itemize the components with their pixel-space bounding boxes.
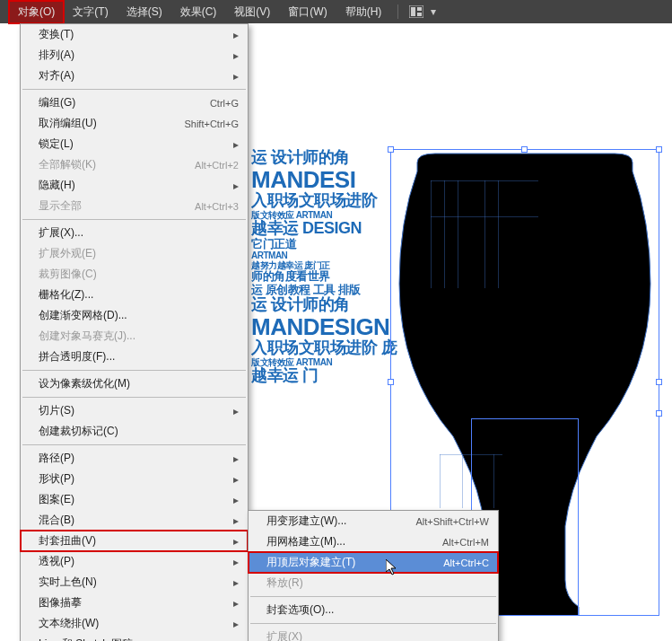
guide-line <box>440 454 502 455</box>
envelope-distort-submenu: 用变形建立(W)...Alt+Shift+Ctrl+W用网格建立(M)...Al… <box>248 510 499 641</box>
menu-item-label: 混合(B) <box>39 513 233 528</box>
submenu-item-0[interactable]: 用变形建立(W)...Alt+Shift+Ctrl+W <box>249 511 498 531</box>
menu-item-label: 拼合透明度(F)... <box>39 349 239 364</box>
menu-item-label: 变换(T) <box>39 27 233 42</box>
menu-item-32[interactable]: 文本绕排(W)▸ <box>21 613 248 634</box>
menu-item-25[interactable]: 形状(P)▸ <box>21 469 248 489</box>
menu-item-15[interactable]: 创建渐变网格(D)... <box>21 305 248 326</box>
submenu-item-2[interactable]: 用顶层对象建立(T)Alt+Ctrl+C <box>249 552 498 573</box>
menu-item-label: 路径(P) <box>39 451 233 466</box>
menu-item-4[interactable]: 编组(G)Ctrl+G <box>21 92 248 113</box>
menu-item-label: 取消编组(U) <box>39 116 166 131</box>
menu-item-31[interactable]: 图像描摹▸ <box>21 593 248 613</box>
menu-item-shortcut: Alt+Ctrl+2 <box>195 160 239 171</box>
menu-help[interactable]: 帮助(H) <box>336 1 391 23</box>
submenu-arrow-icon: ▸ <box>233 49 239 62</box>
submenu-arrow-icon: ▸ <box>233 452 239 465</box>
menu-item-label: Line 和 Sketch 图稿 <box>39 637 233 641</box>
menu-object[interactable]: 对象(O) <box>9 1 64 23</box>
menu-item-14[interactable]: 栅格化(Z)... <box>21 285 248 305</box>
submenu-item-shortcut: Alt+Ctrl+C <box>443 558 489 568</box>
menu-item-13: 裁剪图像(C) <box>21 264 248 285</box>
guide-line <box>444 180 445 288</box>
menu-item-label: 创建渐变网格(D)... <box>39 308 239 323</box>
menu-item-5[interactable]: 取消编组(U)Shift+Ctrl+G <box>21 113 248 134</box>
menu-item-shortcut: Alt+Ctrl+3 <box>195 201 239 212</box>
guide-line <box>498 180 499 288</box>
guide-line <box>462 454 463 508</box>
submenu-item-label: 用变形建立(W)... <box>266 514 397 529</box>
submenu-item-3: 释放(R) <box>249 573 498 593</box>
menu-item-27[interactable]: 混合(B)▸ <box>21 510 248 531</box>
menu-item-label: 扩展(X)... <box>39 225 239 241</box>
submenu-arrow-icon: ▸ <box>233 638 239 642</box>
submenu-item-label: 封套选项(O)... <box>266 602 489 618</box>
submenu-item-shortcut: Alt+Ctrl+M <box>442 537 489 548</box>
menu-item-label: 栅格化(Z)... <box>39 287 239 303</box>
object-dropdown-menu: 变换(T)▸排列(A)▸对齐(A)▸编组(G)Ctrl+G取消编组(U)Shif… <box>20 23 249 641</box>
menu-item-label: 全部解锁(K) <box>39 157 177 172</box>
menu-item-19[interactable]: 设为像素级优化(M) <box>21 373 248 394</box>
layout-icon-1[interactable] <box>409 5 423 18</box>
menu-item-26[interactable]: 图案(E)▸ <box>21 489 248 510</box>
menu-item-label: 排列(A) <box>39 48 233 63</box>
svg-rect-2 <box>417 7 422 11</box>
guide-line <box>484 180 485 288</box>
menu-item-30[interactable]: 实时上色(N)▸ <box>21 572 248 593</box>
menu-item-0[interactable]: 变换(T)▸ <box>21 24 248 45</box>
menu-item-label: 图案(E) <box>39 492 233 507</box>
menu-divider <box>397 4 398 19</box>
submenu-item-label: 用网格建立(M)... <box>266 534 424 549</box>
menu-item-29[interactable]: 透视(P)▸ <box>21 551 248 572</box>
menu-select[interactable]: 选择(S) <box>118 1 171 23</box>
submenu-arrow-icon: ▸ <box>233 618 239 630</box>
menu-item-label: 裁剪图像(C) <box>39 267 239 282</box>
menu-item-label: 切片(S) <box>39 403 233 418</box>
menu-item-label: 设为像素级优化(M) <box>39 376 239 391</box>
menu-item-8[interactable]: 隐藏(H)▸ <box>21 175 248 196</box>
guide-line <box>493 454 494 508</box>
menu-item-22[interactable]: 创建裁切标记(C) <box>21 421 248 442</box>
menu-item-9: 显示全部Alt+Ctrl+3 <box>21 196 248 216</box>
menu-item-12: 扩展外观(E) <box>21 243 248 264</box>
menu-item-21[interactable]: 切片(S)▸ <box>21 400 248 421</box>
menu-item-shortcut: Shift+Ctrl+G <box>184 119 239 129</box>
submenu-item-label: 用顶层对象建立(T) <box>266 555 425 570</box>
svg-rect-1 <box>411 7 415 16</box>
submenu-item-5[interactable]: 封套选项(O)... <box>249 600 498 620</box>
submenu-arrow-icon: ▸ <box>233 576 239 589</box>
menu-item-11[interactable]: 扩展(X)... <box>21 223 248 243</box>
menu-item-label: 隐藏(H) <box>39 178 233 193</box>
submenu-arrow-icon: ▸ <box>233 514 239 527</box>
menu-item-1[interactable]: 排列(A)▸ <box>21 45 248 66</box>
menu-item-17[interactable]: 拼合透明度(F)... <box>21 347 248 367</box>
menu-type[interactable]: 文字(T) <box>64 1 117 23</box>
dropdown-arrow-icon[interactable]: ▾ <box>431 5 445 18</box>
menu-item-7: 全部解锁(K)Alt+Ctrl+2 <box>21 154 248 175</box>
menu-effect[interactable]: 效果(C) <box>171 1 226 23</box>
submenu-item-1[interactable]: 用网格建立(M)...Alt+Ctrl+M <box>249 531 498 552</box>
menu-item-label: 创建裁切标记(C) <box>39 424 239 439</box>
guide-line <box>440 454 441 508</box>
menu-item-6[interactable]: 锁定(L)▸ <box>21 134 248 154</box>
menu-window[interactable]: 窗口(W) <box>279 1 336 23</box>
menu-item-label: 图像描摹 <box>39 595 233 610</box>
menu-item-label: 实时上色(N) <box>39 575 233 590</box>
submenu-arrow-icon: ▸ <box>233 138 239 151</box>
menu-item-label: 文本绕排(W) <box>39 616 233 631</box>
submenu-arrow-icon: ▸ <box>233 405 239 417</box>
menu-view[interactable]: 视图(V) <box>225 1 279 23</box>
menu-item-33[interactable]: Line 和 Sketch 图稿▸ <box>21 634 248 641</box>
menu-item-24[interactable]: 路径(P)▸ <box>21 448 248 469</box>
menu-item-label: 创建对象马赛克(J)... <box>39 329 239 344</box>
menu-item-28[interactable]: 封套扭曲(V)▸ <box>21 531 248 551</box>
menu-item-label: 扩展外观(E) <box>39 246 239 261</box>
menu-item-shortcut: Ctrl+G <box>210 98 239 109</box>
menu-item-2[interactable]: 对齐(A)▸ <box>21 66 248 86</box>
main-menubar: 对象(O) 文字(T) 选择(S) 效果(C) 视图(V) 窗口(W) 帮助(H… <box>0 0 672 23</box>
menu-item-label: 透视(P) <box>39 554 233 569</box>
guide-line <box>431 180 432 288</box>
submenu-arrow-icon: ▸ <box>233 180 239 192</box>
submenu-item-shortcut: Alt+Shift+Ctrl+W <box>415 516 489 527</box>
submenu-arrow-icon: ▸ <box>233 494 239 506</box>
